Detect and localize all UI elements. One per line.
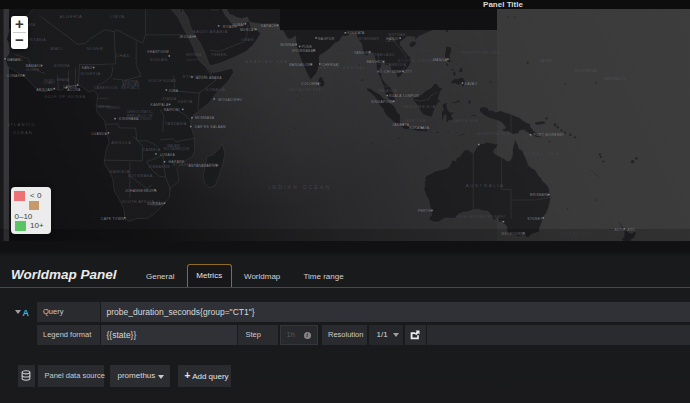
svg-text:MANILA: MANILA bbox=[433, 58, 448, 62]
svg-text:JAVA SEA: JAVA SEA bbox=[404, 119, 426, 123]
svg-text:DAVAO: DAVAO bbox=[465, 82, 478, 86]
svg-text:JAKARTA: JAKARTA bbox=[392, 123, 409, 127]
svg-text:MYANMAR: MYANMAR bbox=[358, 37, 379, 41]
svg-text:LIBYA: LIBYA bbox=[110, 14, 125, 19]
svg-text:SYDNEY: SYDNEY bbox=[527, 217, 543, 221]
svg-text:LACCADIVE SEA: LACCADIVE SEA bbox=[288, 88, 321, 92]
svg-text:SOUTH SUDAN: SOUTH SUDAN bbox=[148, 79, 176, 83]
svg-text:MALI: MALI bbox=[51, 46, 64, 51]
svg-text:KUALA LUMPUR: KUALA LUMPUR bbox=[389, 94, 419, 98]
svg-text:AUSTRALIA: AUSTRALIA bbox=[466, 183, 505, 188]
svg-text:ANTANANARIVO: ANTANANARIVO bbox=[189, 164, 219, 168]
svg-text:NAGPUR: NAGPUR bbox=[318, 37, 335, 41]
svg-text:KAMPALA: KAMPALA bbox=[151, 103, 169, 107]
svg-text:MICRONESIA: MICRONESIA bbox=[575, 69, 597, 73]
svg-text:COLOMBO: COLOMBO bbox=[301, 82, 320, 86]
svg-text:CAMBODIA: CAMBODIA bbox=[386, 63, 407, 67]
svg-text:HYDERABAD: HYDERABAD bbox=[292, 49, 316, 53]
svg-text:OCEAN: OCEAN bbox=[13, 130, 33, 135]
svg-text:ATLANTIC: ATLANTIC bbox=[7, 122, 36, 127]
svg-text:DUBAI: DUBAI bbox=[233, 23, 245, 27]
svg-text:ACCRA: ACCRA bbox=[67, 88, 81, 92]
svg-text:MOGADISHU: MOGADISHU bbox=[218, 98, 242, 102]
svg-text:GULF OF GUINEA: GULF OF GUINEA bbox=[45, 95, 87, 99]
svg-text:PORT MORESBY: PORT MORESBY bbox=[534, 133, 565, 137]
svg-text:DAR ES SALAAM: DAR ES SALAAM bbox=[195, 125, 226, 129]
svg-text:ADDIS ABABA: ADDIS ABABA bbox=[196, 76, 222, 80]
svg-text:REPUBLIC: REPUBLIC bbox=[121, 86, 141, 90]
svg-text:JEDDAH: JEDDAH bbox=[179, 35, 195, 39]
svg-text:COAST: COAST bbox=[43, 81, 55, 85]
svg-text:LUSAKA: LUSAKA bbox=[160, 153, 176, 157]
svg-text:CHAD: CHAD bbox=[116, 53, 131, 58]
svg-text:BANGKOK: BANGKOK bbox=[367, 60, 386, 64]
svg-text:INDONESIA: INDONESIA bbox=[403, 104, 437, 109]
svg-text:BAMAKO: BAMAKO bbox=[26, 64, 42, 68]
svg-text:NIGERIA: NIGERIA bbox=[81, 71, 101, 76]
svg-text:ARAFURA SEA: ARAFURA SEA bbox=[477, 132, 510, 136]
svg-text:SUDAN: SUDAN bbox=[150, 57, 168, 62]
svg-text:KANO: KANO bbox=[82, 66, 93, 70]
svg-text:YEMEN: YEMEN bbox=[211, 53, 227, 57]
svg-text:BURKINA: BURKINA bbox=[54, 64, 70, 68]
svg-text:BRISBANE: BRISBANE bbox=[530, 193, 550, 197]
svg-text:MALAYSIA: MALAYSIA bbox=[378, 89, 398, 93]
svg-text:KHARTOUM: KHARTOUM bbox=[147, 50, 169, 54]
svg-text:ZAMBIA: ZAMBIA bbox=[142, 147, 161, 152]
svg-text:KOLKATA: KOLKATA bbox=[347, 31, 365, 35]
svg-text:SAUDI ARABIA: SAUDI ARABIA bbox=[193, 29, 228, 34]
svg-text:CHENNAI: CHENNAI bbox=[322, 63, 339, 67]
svg-text:LAGOS: LAGOS bbox=[64, 85, 78, 89]
svg-text:PERTH: PERTH bbox=[418, 209, 431, 213]
svg-text:KARACHI: KARACHI bbox=[261, 24, 278, 28]
svg-text:NAIROBI: NAIROBI bbox=[164, 108, 180, 112]
svg-text:HO CHI MINH CITY: HO CHI MINH CITY bbox=[377, 70, 412, 74]
svg-text:INDIAN OCEAN: INDIAN OCEAN bbox=[269, 184, 332, 190]
svg-text:GREAT AUSTRALIAN BIGHT: GREAT AUSTRALIAN BIGHT bbox=[456, 215, 506, 219]
svg-text:BANDA SEA: BANDA SEA bbox=[452, 119, 478, 123]
svg-text:KENYA: KENYA bbox=[178, 100, 193, 104]
svg-text:MARSHALL IS.: MARSHALL IS. bbox=[604, 77, 627, 81]
svg-text:UGANDA: UGANDA bbox=[162, 97, 178, 101]
svg-text:LUANDA: LUANDA bbox=[92, 132, 108, 136]
svg-text:JOHANNESBURG: JOHANNESBURG bbox=[125, 189, 157, 193]
svg-text:NIGER: NIGER bbox=[87, 46, 104, 51]
svg-text:PHILIPPINE SEA: PHILIPPINE SEA bbox=[462, 51, 501, 55]
svg-text:CONGO: CONGO bbox=[107, 106, 120, 110]
svg-text:KINSHASA: KINSHASA bbox=[119, 117, 139, 121]
svg-text:JUBA: JUBA bbox=[168, 89, 178, 93]
svg-text:ANGOLA: ANGOLA bbox=[111, 140, 131, 145]
svg-text:ERITREA: ERITREA bbox=[186, 53, 202, 57]
svg-text:SURABAYA: SURABAYA bbox=[409, 126, 430, 130]
svg-text:CAMEROON: CAMEROON bbox=[93, 86, 117, 90]
svg-text:ABIDJAN: ABIDJAN bbox=[36, 88, 53, 92]
svg-text:SINGAPORE: SINGAPORE bbox=[371, 100, 394, 104]
svg-text:DAKAR: DAKAR bbox=[7, 58, 20, 62]
svg-text:CONAKRY: CONAKRY bbox=[7, 74, 26, 78]
svg-text:HARARE: HARARE bbox=[169, 160, 185, 164]
svg-text:SOMALIA: SOMALIA bbox=[205, 88, 225, 92]
svg-text:MOMBASA: MOMBASA bbox=[195, 116, 215, 120]
svg-text:OMAN: OMAN bbox=[241, 38, 254, 42]
svg-text:CAPE TOWN: CAPE TOWN bbox=[101, 217, 124, 221]
svg-text:MUMBAI: MUMBAI bbox=[280, 43, 295, 47]
svg-text:BANGALORE: BANGALORE bbox=[289, 63, 313, 67]
svg-text:GHANA: GHANA bbox=[57, 78, 70, 82]
svg-text:HANOI: HANOI bbox=[386, 37, 398, 41]
svg-text:MALAWI: MALAWI bbox=[167, 144, 180, 148]
svg-text:MUSCAT: MUSCAT bbox=[240, 28, 256, 32]
svg-text:DURBAN: DURBAN bbox=[148, 202, 164, 206]
svg-text:ARABIAN SEA: ARABIAN SEA bbox=[245, 59, 288, 64]
svg-text:SAIPAN: SAIPAN bbox=[540, 59, 553, 63]
svg-text:YANGON: YANGON bbox=[354, 51, 370, 55]
svg-text:ALGERIA: ALGERIA bbox=[59, 14, 82, 19]
svg-text:TANZANIA: TANZANIA bbox=[165, 122, 187, 126]
svg-text:THAILAND: THAILAND bbox=[374, 53, 395, 57]
svg-text:GUINEA: GUINEA bbox=[26, 68, 40, 72]
svg-text:BOTSWANA: BOTSWANA bbox=[128, 174, 153, 178]
svg-text:CORAL SEA: CORAL SEA bbox=[523, 151, 559, 156]
svg-text:ZIMBABWE: ZIMBABWE bbox=[149, 165, 171, 169]
